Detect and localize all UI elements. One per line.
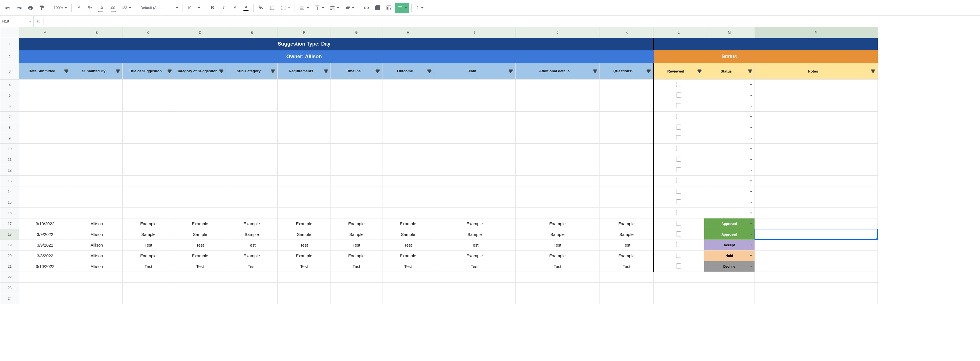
formula-input[interactable]: [43, 16, 980, 27]
data-cell[interactable]: Example: [226, 251, 278, 261]
data-cell[interactable]: Allison: [71, 219, 123, 229]
cell[interactable]: [123, 154, 174, 165]
data-cell[interactable]: Test: [123, 240, 174, 251]
cell[interactable]: [71, 154, 123, 165]
title-banner[interactable]: [331, 38, 382, 50]
cell[interactable]: [174, 101, 226, 112]
cell[interactable]: [71, 293, 123, 304]
cell[interactable]: [331, 80, 382, 90]
cell[interactable]: [19, 208, 71, 219]
cell[interactable]: [278, 165, 331, 176]
title-banner[interactable]: [123, 38, 174, 50]
cell[interactable]: [331, 283, 382, 293]
dropdown-arrow-icon[interactable]: [750, 95, 752, 96]
data-cell[interactable]: Sample: [278, 229, 331, 240]
cell[interactable]: [19, 283, 71, 293]
data-cell[interactable]: Sample: [123, 229, 174, 240]
data-cell[interactable]: Test: [600, 261, 654, 272]
cell[interactable]: [382, 165, 434, 176]
cell[interactable]: [600, 133, 654, 144]
rotate-dropdown[interactable]: [342, 3, 356, 13]
data-cell[interactable]: Example: [331, 219, 382, 229]
row-header[interactable]: 3: [0, 63, 19, 80]
print-button[interactable]: [25, 3, 35, 13]
status-cell[interactable]: Hold: [704, 251, 754, 261]
data-cell[interactable]: Example: [434, 219, 515, 229]
row-header[interactable]: 4: [0, 80, 19, 90]
cell[interactable]: [278, 80, 331, 90]
cell[interactable]: [71, 122, 123, 133]
currency-button[interactable]: $: [74, 3, 84, 13]
cell[interactable]: [278, 187, 331, 197]
cell[interactable]: [226, 187, 278, 197]
data-cell[interactable]: Test: [278, 240, 331, 251]
cell[interactable]: [278, 144, 331, 154]
cell[interactable]: [226, 90, 278, 101]
cell[interactable]: [600, 187, 654, 197]
data-cell[interactable]: Example: [600, 251, 654, 261]
cell[interactable]: [331, 165, 382, 176]
cell[interactable]: [382, 133, 434, 144]
valign-dropdown[interactable]: [312, 3, 326, 13]
status-cell[interactable]: [704, 101, 754, 112]
notes-cell[interactable]: [754, 144, 878, 154]
col-header[interactable]: A: [19, 27, 71, 38]
row-header[interactable]: 22: [0, 272, 19, 283]
cell[interactable]: [515, 187, 600, 197]
owner-banner[interactable]: [226, 50, 278, 63]
paint-format-button[interactable]: [37, 3, 47, 13]
cell[interactable]: [331, 122, 382, 133]
reviewed-checkbox-cell[interactable]: [654, 208, 704, 219]
dropdown-arrow-icon[interactable]: [750, 255, 752, 256]
cell[interactable]: [331, 154, 382, 165]
status-cell[interactable]: [704, 197, 754, 208]
cell[interactable]: [19, 133, 71, 144]
cell[interactable]: [331, 197, 382, 208]
data-cell[interactable]: Example: [382, 219, 434, 229]
checkbox[interactable]: [676, 157, 681, 162]
decrease-decimal-button[interactable]: .0: [96, 3, 107, 13]
status-cell[interactable]: [704, 176, 754, 187]
link-button[interactable]: [361, 3, 372, 13]
row-header[interactable]: 15: [0, 197, 19, 208]
undo-button[interactable]: [3, 3, 13, 13]
cell[interactable]: [278, 208, 331, 219]
status-cell[interactable]: Decline: [704, 261, 754, 272]
status-cell[interactable]: [704, 187, 754, 197]
cell[interactable]: [226, 112, 278, 122]
row-header[interactable]: 17: [0, 219, 19, 229]
cell[interactable]: [174, 90, 226, 101]
status-cell[interactable]: Accept: [704, 240, 754, 251]
cell[interactable]: [434, 144, 515, 154]
status-cell[interactable]: [704, 80, 754, 90]
cell[interactable]: [600, 283, 654, 293]
col-header[interactable]: J: [515, 27, 600, 38]
cell[interactable]: [174, 176, 226, 187]
title-banner[interactable]: [654, 38, 704, 50]
reviewed-checkbox-cell[interactable]: [654, 133, 704, 144]
reviewed-checkbox-cell[interactable]: [654, 251, 704, 261]
row-header[interactable]: 19: [0, 240, 19, 251]
row-header[interactable]: 9: [0, 133, 19, 144]
font-size-dropdown[interactable]: 10: [185, 3, 202, 13]
cell[interactable]: [278, 101, 331, 112]
filter-icon[interactable]: [747, 69, 753, 74]
dropdown-arrow-icon[interactable]: [750, 117, 752, 118]
reviewed-checkbox-cell[interactable]: [654, 197, 704, 208]
reviewed-checkbox-cell[interactable]: [654, 122, 704, 133]
cell[interactable]: [754, 272, 878, 283]
cell[interactable]: [278, 90, 331, 101]
title-banner[interactable]: [382, 38, 434, 50]
data-cell[interactable]: Example: [331, 251, 382, 261]
data-cell[interactable]: Example: [382, 251, 434, 261]
bold-button[interactable]: B: [207, 3, 217, 13]
notes-cell[interactable]: [754, 101, 878, 112]
cell[interactable]: [331, 144, 382, 154]
checkbox[interactable]: [676, 178, 681, 183]
cell[interactable]: [434, 112, 515, 122]
data-cell[interactable]: Example: [278, 251, 331, 261]
title-banner[interactable]: [174, 38, 226, 50]
owner-banner[interactable]: [19, 50, 71, 63]
halign-dropdown[interactable]: [297, 3, 311, 13]
checkbox[interactable]: [676, 199, 681, 204]
